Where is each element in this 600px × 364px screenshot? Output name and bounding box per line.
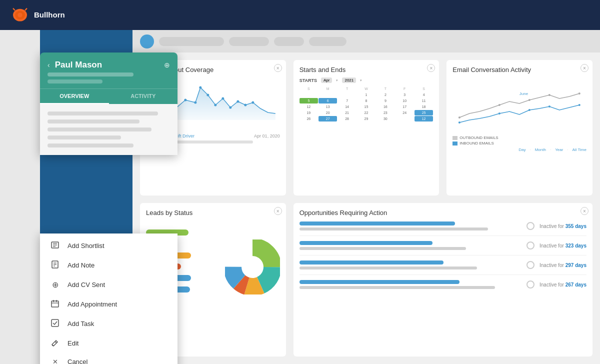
- email-widget-title: Email Conversation Activity: [452, 66, 586, 74]
- leads-close-button[interactable]: ×: [274, 207, 282, 215]
- add-shortlist-icon: [50, 241, 60, 250]
- svg-point-27: [578, 104, 580, 106]
- tab-activity[interactable]: ACTIVITY: [109, 89, 178, 104]
- svg-point-19: [236, 100, 239, 103]
- cal-year: 2021: [342, 78, 356, 83]
- svg-point-12: [184, 99, 186, 102]
- context-menu: Add Shortlist Add Note ⊕ Add CV Sent Add…: [40, 234, 178, 364]
- dashboard: Jobs Without Coverage × 150 120 90 60 30: [132, 52, 600, 364]
- outbound-label: OUTBOUND EMAILS: [460, 136, 498, 140]
- bullhorn-text-logo: Bullhorn: [34, 9, 84, 21]
- calendar: STARTS Apr ▾ 2021 ▾ S M T W T F S: [300, 78, 434, 122]
- email-time-filters: Day · Month · Year · All Time: [452, 148, 586, 152]
- starts-ends-close[interactable]: ×: [427, 64, 435, 72]
- opp-status-4: Inactive for 267 days: [540, 282, 586, 288]
- filter-month[interactable]: Month: [535, 148, 546, 152]
- inbound-label: INBOUND EMAILS: [460, 141, 494, 146]
- menu-item-add-task[interactable]: Add Task: [40, 314, 178, 334]
- cancel-icon: ✕: [50, 358, 60, 364]
- svg-text:June: June: [520, 92, 528, 96]
- email-chart: June: [452, 78, 586, 132]
- opp-icon-1: [526, 222, 534, 230]
- svg-point-16: [214, 104, 216, 106]
- svg-rect-51: [52, 320, 58, 326]
- search-pill-4[interactable]: [309, 37, 346, 46]
- svg-point-28: [458, 116, 460, 118]
- add-shortlist-label: Add Shortlist: [68, 242, 104, 250]
- svg-point-18: [229, 106, 232, 109]
- svg-point-31: [548, 94, 550, 96]
- opp-row-3: Inactive for 297 days: [300, 260, 586, 275]
- profile-more-button[interactable]: ⊕: [164, 61, 170, 69]
- opp-icon-2: [526, 242, 534, 250]
- svg-point-29: [498, 104, 500, 106]
- opp-row-4: Inactive for 267 days: [300, 280, 586, 289]
- opportunities-close[interactable]: ×: [580, 207, 588, 215]
- svg-point-24: [498, 112, 500, 114]
- app-logo: Bullhorn: [10, 6, 84, 24]
- svg-line-52: [55, 342, 56, 343]
- profile-name: Paul Mason: [55, 60, 159, 70]
- svg-point-25: [528, 109, 530, 111]
- edit-icon: [50, 338, 60, 348]
- add-note-label: Add Note: [68, 262, 94, 269]
- add-appointment-label: Add Appointment: [68, 300, 117, 308]
- menu-item-add-shortlist[interactable]: Add Shortlist: [40, 236, 178, 256]
- add-task-icon: [50, 319, 60, 328]
- opp-status-1: Inactive for 355 days: [540, 224, 586, 229]
- opportunities-widget: Opportunities Requiring Action × Inactiv…: [294, 203, 592, 356]
- menu-item-edit[interactable]: Edit: [40, 334, 178, 353]
- svg-point-2: [18, 12, 22, 17]
- add-appointment-icon: [50, 300, 60, 309]
- add-task-label: Add Task: [68, 320, 94, 328]
- filter-year[interactable]: Year: [555, 148, 563, 152]
- search-pill-2[interactable]: [229, 37, 269, 46]
- profile-card: ‹ Paul Mason ⊕ OVERVIEW ACTIVITY: [40, 52, 178, 155]
- jobs-job-date: Apr 01, 2020: [254, 134, 280, 138]
- svg-point-23: [458, 122, 460, 124]
- search-pill-3[interactable]: [274, 37, 304, 46]
- opp-row-2: Inactive for 323 days: [300, 241, 586, 256]
- cal-month: Apr: [321, 78, 332, 83]
- search-bar: [132, 30, 600, 52]
- menu-item-add-note[interactable]: Add Note: [40, 256, 178, 275]
- profile-back-button[interactable]: ‹: [48, 61, 50, 69]
- add-cv-sent-icon: ⊕: [50, 280, 60, 290]
- email-close-button[interactable]: ×: [580, 64, 588, 72]
- profile-header: ‹ Paul Mason ⊕: [40, 52, 178, 72]
- search-pill-1[interactable]: [159, 37, 224, 46]
- menu-item-add-appointment[interactable]: Add Appointment: [40, 294, 178, 314]
- profile-body: [40, 104, 178, 155]
- starts-ends-widget: Starts and Ends × STARTS Apr ▾ 2021 ▾ S …: [294, 60, 440, 196]
- edit-label: Edit: [68, 340, 78, 347]
- profile-tabs: OVERVIEW ACTIVITY: [40, 88, 178, 104]
- opp-status-2: Inactive for 323 days: [540, 243, 586, 248]
- svg-point-14: [199, 86, 202, 89]
- filter-day[interactable]: Day: [518, 148, 526, 152]
- svg-point-21: [252, 102, 254, 104]
- profile-subtitle: [40, 72, 178, 88]
- opp-icon-3: [526, 261, 534, 269]
- leads-pie-chart: [225, 240, 280, 294]
- menu-item-cancel[interactable]: ✕ Cancel: [40, 353, 178, 364]
- cal-starts-label: STARTS: [300, 78, 317, 83]
- leads-widget-title: Leads by Status: [146, 209, 280, 216]
- main-content: Jobs Without Coverage × 150 120 90 60 30: [132, 30, 600, 364]
- add-cv-sent-label: Add CV Sent: [68, 281, 105, 288]
- svg-point-13: [194, 102, 196, 104]
- tab-overview[interactable]: OVERVIEW: [40, 89, 109, 104]
- filter-all-time[interactable]: All Time: [572, 148, 586, 152]
- svg-text:Bullhorn: Bullhorn: [34, 10, 65, 19]
- starts-ends-title: Starts and Ends: [300, 66, 434, 74]
- add-note-icon: [50, 260, 60, 270]
- opp-row-1: Inactive for 355 days: [300, 222, 586, 236]
- menu-item-add-cv-sent[interactable]: ⊕ Add CV Sent: [40, 275, 178, 294]
- search-avatar: [140, 34, 154, 48]
- svg-point-26: [548, 106, 550, 108]
- cancel-label: Cancel: [68, 358, 88, 364]
- svg-point-17: [222, 98, 224, 100]
- jobs-close-button[interactable]: ×: [274, 64, 282, 72]
- opp-icon-4: [526, 280, 534, 288]
- svg-point-32: [578, 92, 580, 94]
- svg-point-38: [242, 256, 264, 278]
